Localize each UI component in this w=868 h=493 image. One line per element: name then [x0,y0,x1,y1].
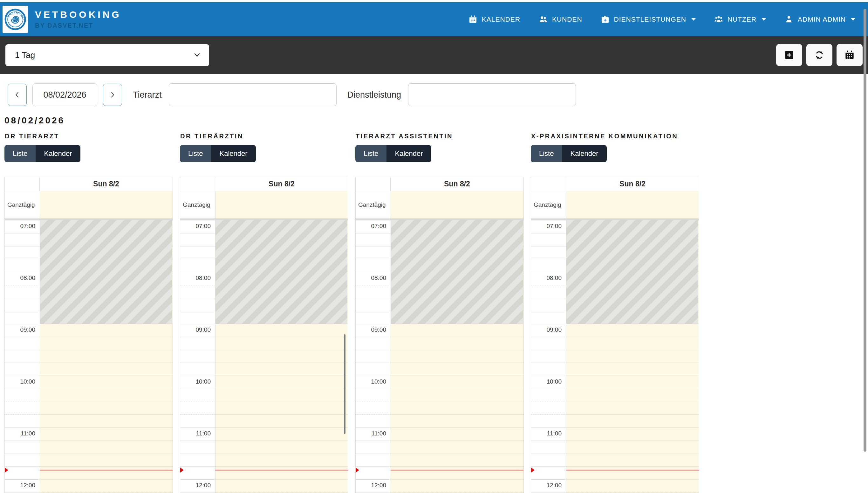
hour-gridline [531,376,699,376]
quarter-gridline [180,350,348,350]
liste-tab[interactable]: Liste [180,145,211,162]
kalender-tab[interactable]: Kalender [387,145,431,162]
quarter-gridline [356,337,523,337]
nav-item-kalender[interactable]: KALENDER [469,15,520,24]
calendar-view-button[interactable] [837,44,863,66]
dienstleistung-input[interactable] [408,83,576,106]
quarter-gridline [180,466,348,467]
kalender-tab[interactable]: Kalender [36,145,80,162]
view-duration-select[interactable]: 1 Tag [5,44,209,66]
quarter-gridline [531,466,699,467]
quarter-gridline [5,492,173,493]
calendar-title: DR TIERARZT [5,133,173,140]
allday-label: Ganztägig [531,191,566,218]
time-label: 08:00 [5,275,35,281]
nav-label: NUTZER [728,16,756,23]
nav-item-dienstleistungen[interactable]: DIENSTLEISTUNGEN [601,15,696,24]
calendar-column: TIERARZT ASSISTENTINListeKalenderSun 8/2… [355,132,524,493]
hour-gridline [5,376,173,376]
time-label: 09:00 [180,326,211,333]
view-duration-value: 1 Tag [15,50,35,60]
hour-gridline [5,324,173,324]
time-label: 08:00 [356,275,386,281]
hour-gridline [180,376,348,376]
previous-day-button[interactable] [8,84,27,106]
liste-kalender-toggle: ListeKalender [180,145,256,162]
hour-gridline [356,427,523,428]
time-label: 10:00 [356,378,386,385]
allday-row: Ganztägig [5,191,173,218]
hour-gridline [180,479,348,480]
allday-slot[interactable] [215,191,348,218]
quarter-gridline [531,389,699,389]
allday-row: Ganztägig [531,191,699,218]
allday-slot[interactable] [566,191,699,218]
current-time-arrow-icon [180,468,184,473]
quarter-gridline [531,363,699,363]
busy-nonbusiness-block [391,220,523,324]
time-label: 09:00 [5,326,35,333]
hour-gridline [356,479,523,480]
allday-row: Ganztägig [356,191,523,218]
current-time-arrow-icon [531,468,534,473]
quarter-gridline [180,402,348,402]
current-date-value: 08/02/2026 [43,90,86,100]
busy-nonbusiness-block [566,220,698,324]
nav-label: KALENDER [482,16,520,23]
quarter-gridline [5,389,173,389]
chevron-down-icon [761,18,766,21]
allday-slot[interactable] [391,191,523,218]
quarter-gridline [180,441,348,441]
liste-tab[interactable]: Liste [531,145,562,162]
time-label: 10:00 [531,378,562,385]
calendar-title: DR TIERÄRZTIN [180,133,348,140]
quarter-gridline [180,389,348,389]
chevron-down-icon [691,18,696,21]
kalender-tab[interactable]: Kalender [211,145,255,162]
calendar-column: X-PRAXISINTERNE KOMMUNIKATIONListeKalend… [531,132,699,493]
calendar-inner-scrollbar[interactable] [344,334,345,434]
plus-square-icon [784,50,794,60]
time-label: 11:00 [356,430,386,437]
person-icon [784,15,793,24]
calendar-icon [469,15,477,24]
time-label: 07:00 [5,223,35,230]
add-appointment-button[interactable] [776,44,802,66]
nav-label: ADMIN ADMIN [798,16,846,23]
time-label: 09:00 [531,326,562,333]
current-time-line [40,470,173,470]
nav-item-nutzer[interactable]: NUTZER [714,15,766,24]
calendars-row: DR TIERARZTListeKalenderSun 8/2Ganztägig… [4,132,868,493]
next-day-button[interactable] [103,84,122,106]
quarter-gridline [5,466,173,467]
date-picker-field[interactable]: 08/02/2026 [32,83,97,106]
kalender-tab[interactable]: Kalender [562,145,607,162]
chevron-down-icon [851,18,855,21]
hour-gridline [531,427,699,428]
calendar-table: Sun 8/2Ganztägig07:0008:0009:0010:0011:0… [355,177,524,493]
calendar-icon [844,50,855,60]
calendar-title: TIERARZT ASSISTENTIN [356,133,524,140]
time-label: 10:00 [180,378,211,385]
quarter-gridline [531,441,699,441]
quarter-gridline [531,337,699,337]
refresh-button[interactable] [806,44,832,66]
day-header: Sun 8/2 [566,177,699,191]
quarter-gridline [5,350,173,350]
axis-header-cell [356,177,391,191]
liste-tab[interactable]: Liste [4,145,36,162]
quarter-gridline [531,402,699,402]
allday-slot[interactable] [40,191,173,218]
quarter-gridline [531,414,699,415]
brand[interactable]: DASVET.NET Gemeinsam in die Zukunft VETB… [3,6,121,33]
liste-tab[interactable]: Liste [355,145,387,162]
time-label: 10:00 [5,378,35,385]
page-scrollbar[interactable] [864,9,866,452]
axis-header-cell [531,177,566,191]
hour-gridline [531,324,699,324]
logo-spiral-icon: DASVET.NET Gemeinsam in die Zukunft [4,7,27,32]
nav-item-admin[interactable]: ADMIN ADMIN [784,15,855,24]
quarter-gridline [180,492,348,493]
tierarzt-input[interactable] [169,83,337,106]
nav-item-kunden[interactable]: KUNDEN [539,15,582,24]
